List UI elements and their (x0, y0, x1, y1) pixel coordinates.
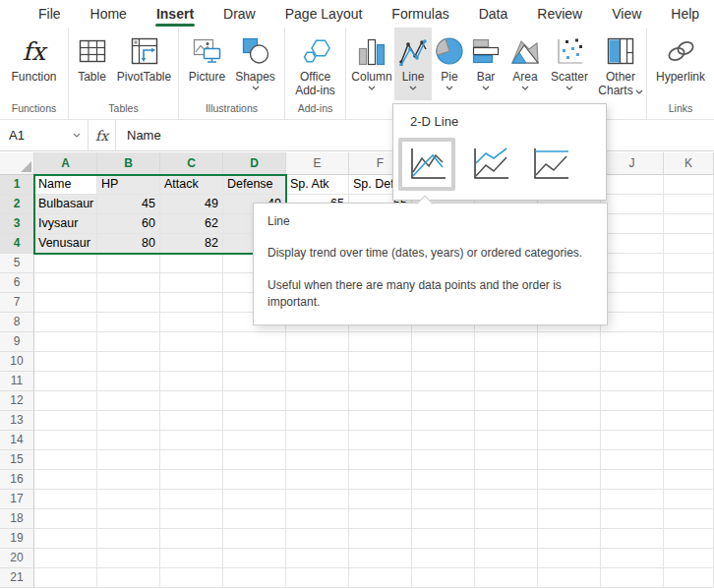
cell-H15[interactable] (475, 450, 538, 470)
cell-D18[interactable] (223, 509, 286, 529)
cell-H10[interactable] (475, 352, 538, 372)
row-header-14[interactable]: 14 (0, 431, 34, 450)
cell-K8[interactable] (664, 313, 714, 332)
cell-A1[interactable]: Name (34, 175, 97, 195)
cell-B11[interactable] (97, 372, 160, 391)
option-line-chart[interactable] (398, 138, 455, 191)
cell-H17[interactable] (475, 490, 538, 509)
cell-G10[interactable] (412, 352, 475, 372)
cell-D9[interactable] (223, 332, 286, 352)
cell-J21[interactable] (601, 568, 664, 588)
cell-J2[interactable] (601, 195, 664, 214)
cell-F19[interactable] (349, 529, 412, 549)
cell-G19[interactable] (412, 529, 475, 549)
cell-C13[interactable] (160, 411, 223, 431)
cell-F12[interactable] (349, 391, 412, 411)
chevron-down-icon[interactable] (73, 133, 81, 138)
cell-G18[interactable] (412, 509, 475, 529)
cell-I16[interactable] (538, 470, 601, 490)
cell-D17[interactable] (223, 490, 286, 509)
option-100-stacked-line-chart[interactable] (524, 141, 575, 188)
cell-H11[interactable] (475, 372, 538, 391)
cell-B15[interactable] (97, 450, 160, 470)
cell-B16[interactable] (97, 470, 160, 490)
cell-I15[interactable] (538, 450, 601, 470)
tab-review[interactable]: Review (522, 0, 597, 28)
cell-C12[interactable] (160, 391, 223, 411)
cell-C7[interactable] (160, 293, 223, 313)
tab-insert[interactable]: Insert (142, 0, 208, 28)
cell-E12[interactable] (286, 391, 349, 411)
cell-H12[interactable] (475, 391, 538, 411)
column-header-B[interactable]: B (97, 152, 160, 175)
row-header-18[interactable]: 18 (0, 509, 34, 529)
cell-G13[interactable] (412, 411, 475, 431)
cell-D20[interactable] (223, 549, 286, 568)
column-chart-button[interactable]: Column (349, 28, 394, 100)
cell-I10[interactable] (538, 352, 601, 372)
cell-B12[interactable] (97, 391, 160, 411)
cell-K3[interactable] (664, 214, 714, 234)
tab-formulas[interactable]: Formulas (377, 0, 463, 28)
tab-home[interactable]: Home (76, 0, 142, 28)
cell-K14[interactable] (664, 431, 714, 450)
cell-K2[interactable] (664, 195, 714, 214)
cell-C3[interactable]: 62 (160, 214, 223, 234)
column-header-J[interactable]: J (601, 152, 664, 175)
cell-K15[interactable] (664, 450, 714, 470)
cell-J15[interactable] (601, 450, 664, 470)
cell-C6[interactable] (160, 273, 223, 293)
cell-H14[interactable] (475, 431, 538, 450)
cell-I18[interactable] (538, 509, 601, 529)
line-chart-button[interactable]: Line (394, 28, 432, 100)
cell-C20[interactable] (160, 549, 223, 568)
cell-I14[interactable] (538, 431, 601, 450)
cell-K16[interactable] (664, 470, 714, 490)
cell-C21[interactable] (160, 568, 223, 588)
cell-B7[interactable] (97, 293, 160, 313)
cell-J4[interactable] (601, 234, 664, 254)
cell-A16[interactable] (34, 470, 97, 490)
cell-G20[interactable] (412, 549, 475, 568)
cell-I17[interactable] (538, 490, 601, 509)
cell-B18[interactable] (97, 509, 160, 529)
scatter-chart-button[interactable]: Scatter (546, 28, 593, 100)
cell-J19[interactable] (601, 529, 664, 549)
cell-E16[interactable] (286, 470, 349, 490)
row-header-20[interactable]: 20 (0, 549, 34, 568)
row-header-8[interactable]: 8 (0, 313, 34, 332)
cell-I11[interactable] (538, 372, 601, 391)
cell-B20[interactable] (97, 549, 160, 568)
option-stacked-line-chart[interactable] (464, 141, 515, 188)
cell-B6[interactable] (97, 273, 160, 293)
cell-C16[interactable] (160, 470, 223, 490)
cell-H18[interactable] (475, 509, 538, 529)
cell-K10[interactable] (664, 352, 714, 372)
cell-K20[interactable] (664, 549, 714, 568)
cell-B1[interactable]: HP (97, 175, 160, 195)
cell-K6[interactable] (664, 273, 714, 293)
cell-G21[interactable] (412, 568, 475, 588)
row-header-2[interactable]: 2 (0, 195, 34, 214)
area-chart-button[interactable]: Area (505, 28, 546, 100)
row-header-11[interactable]: 11 (0, 372, 34, 391)
cell-J9[interactable] (601, 332, 664, 352)
cell-J1[interactable] (601, 175, 664, 195)
row-header-10[interactable]: 10 (0, 352, 34, 372)
cell-J16[interactable] (601, 470, 664, 490)
cell-I19[interactable] (538, 529, 601, 549)
cell-G16[interactable] (412, 470, 475, 490)
cell-J11[interactable] (601, 372, 664, 391)
cell-A17[interactable] (34, 490, 97, 509)
cell-G14[interactable] (412, 431, 475, 450)
cell-D21[interactable] (223, 568, 286, 588)
cell-E11[interactable] (286, 372, 349, 391)
tab-file[interactable]: File (24, 0, 76, 28)
cell-A2[interactable]: Bulbasaur (34, 195, 97, 214)
cell-B3[interactable]: 60 (97, 214, 160, 234)
cell-D10[interactable] (223, 352, 286, 372)
cell-A19[interactable] (34, 529, 97, 549)
cell-E14[interactable] (286, 431, 349, 450)
cell-K4[interactable] (664, 234, 714, 254)
cell-A6[interactable] (34, 273, 97, 293)
